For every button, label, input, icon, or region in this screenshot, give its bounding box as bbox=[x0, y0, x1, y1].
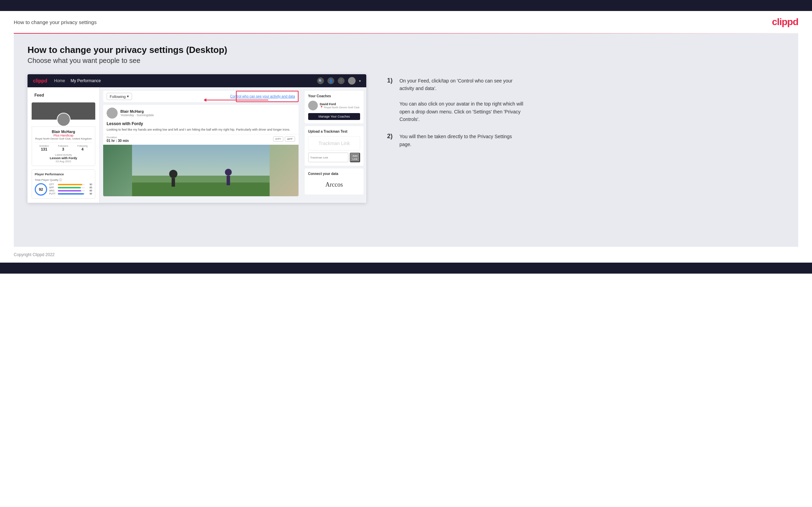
main-content: How to change your privacy settings (Des… bbox=[14, 34, 798, 247]
post-card: Blair McHarg Yesterday · Sunningdale Les… bbox=[103, 105, 299, 196]
player-perf-title: Player Performance bbox=[35, 173, 92, 176]
trackman-upload-title: Upload a Trackman Test bbox=[308, 130, 360, 133]
stat-followers-label: Followers bbox=[58, 145, 68, 147]
post-user-info: Blair McHarg Yesterday · Sunningdale bbox=[120, 109, 154, 117]
arg-track bbox=[58, 190, 85, 191]
trackman-card: Upload a Trackman Test Trackman Link Add… bbox=[305, 126, 364, 166]
app-feed: Following ▾ Control who can see your act… bbox=[100, 87, 302, 203]
coaches-title: Your Coaches bbox=[308, 94, 360, 98]
nav-home[interactable]: Home bbox=[54, 78, 65, 83]
nav-avatar[interactable] bbox=[348, 77, 356, 85]
app-track bbox=[58, 187, 85, 188]
feed-tab: Feed bbox=[32, 91, 95, 99]
profile-avatar bbox=[57, 113, 71, 126]
tpq-label: Total Player Quality ⓘ bbox=[35, 178, 92, 182]
add-icon[interactable]: ➕ bbox=[338, 77, 345, 84]
app-value: 85 bbox=[86, 186, 92, 189]
manage-coaches-button[interactable]: Manage Your Coaches bbox=[308, 113, 360, 120]
stat-followers: Followers 3 bbox=[58, 145, 68, 151]
step1-number: 1) bbox=[387, 77, 395, 123]
top-bar bbox=[0, 0, 812, 11]
tpq-bar-app: APP 85 bbox=[49, 186, 92, 189]
instruction-step1: 1) On your Feed, click/tap on 'Control w… bbox=[387, 77, 524, 123]
header-title: How to change your privacy settings bbox=[14, 19, 97, 25]
player-perf-card: Player Performance Total Player Quality … bbox=[32, 169, 95, 199]
svg-point-5 bbox=[225, 169, 232, 176]
connect-data-title: Connect your data bbox=[308, 172, 360, 176]
putt-fill bbox=[58, 193, 84, 195]
app-mockup: clippd Home My Performance 🔍 👤 ➕ ▾ bbox=[28, 74, 366, 203]
stat-following-label: Following bbox=[77, 145, 88, 147]
stat-activities-label: Activities bbox=[39, 145, 49, 147]
header: How to change your privacy settings clip… bbox=[0, 11, 812, 33]
ott-value: 90 bbox=[86, 183, 92, 186]
tpq-bar-putt: PUTT 96 bbox=[49, 192, 92, 195]
ott-track bbox=[58, 184, 85, 185]
clippd-logo: clippd bbox=[772, 16, 798, 27]
post-header: Blair McHarg Yesterday · Sunningdale bbox=[103, 105, 299, 121]
step2-text: You will then be taken directly to the P… bbox=[399, 133, 524, 148]
tpq-bar-ott: OTT 90 bbox=[49, 183, 92, 186]
arg-label: ARG bbox=[49, 189, 57, 192]
trackman-big-text: Trackman Link bbox=[308, 136, 360, 151]
duration-value: 01 hr : 30 min bbox=[107, 139, 129, 143]
location-icon: 📍 bbox=[320, 106, 323, 109]
following-button[interactable]: Following ▾ bbox=[107, 93, 132, 100]
putt-value: 96 bbox=[86, 192, 92, 195]
coach-name: David Ford bbox=[320, 102, 359, 106]
post-title: Lesson with Fordy bbox=[103, 121, 299, 128]
following-label: Following bbox=[110, 95, 126, 99]
app-fill bbox=[58, 187, 81, 188]
following-chevron: ▾ bbox=[127, 94, 129, 99]
user-icon[interactable]: 👤 bbox=[327, 77, 334, 84]
coach-club: 📍 Royal North Devon Golf Club bbox=[320, 106, 359, 109]
arg-fill bbox=[58, 190, 81, 191]
nav-performance[interactable]: My Performance bbox=[71, 78, 101, 83]
trackman-input-row: Add Link bbox=[308, 153, 360, 162]
app-logo: clippd bbox=[33, 78, 47, 84]
profile-stats: Activities 131 Followers 3 Following 4 bbox=[35, 142, 92, 151]
avatar-chevron: ▾ bbox=[359, 79, 361, 83]
instructions-panel: 1) On your Feed, click/tap on 'Control w… bbox=[380, 74, 524, 158]
stat-following-value: 4 bbox=[77, 147, 88, 151]
post-avatar bbox=[107, 108, 118, 119]
add-link-button[interactable]: Add Link bbox=[350, 153, 360, 162]
tag-app: APP bbox=[285, 136, 295, 142]
post-description: Looking to feel like my hands are exitin… bbox=[103, 128, 299, 134]
app-right-sidebar: Your Coaches David Ford 📍 Royal North De… bbox=[302, 87, 367, 203]
trackman-input[interactable] bbox=[308, 153, 348, 162]
tpq-row: 92 OTT 90 bbox=[35, 183, 92, 196]
app-mockup-wrapper: clippd Home My Performance 🔍 👤 ➕ ▾ bbox=[28, 74, 366, 203]
duration-info: Duration 01 hr : 30 min bbox=[107, 136, 129, 143]
step1-text-b: You can also click on your avatar in the… bbox=[399, 101, 523, 122]
search-icon[interactable]: 🔍 bbox=[317, 77, 324, 84]
tpq-bars: OTT 90 APP bbox=[49, 183, 92, 196]
profile-card: Blair McHarg Plus Handicap Royal North D… bbox=[32, 126, 95, 166]
latest-activity-label: Latest Activity bbox=[35, 153, 92, 156]
app-navbar: clippd Home My Performance 🔍 👤 ➕ ▾ bbox=[28, 74, 366, 87]
instruction-step2: 2) You will then be taken directly to th… bbox=[387, 133, 524, 148]
svg-rect-6 bbox=[227, 176, 230, 185]
svg-rect-2 bbox=[132, 183, 270, 196]
feed-header: Following ▾ Control who can see your act… bbox=[103, 91, 299, 102]
ott-label: OTT bbox=[49, 183, 57, 186]
coach-info: David Ford 📍 Royal North Devon Golf Club bbox=[320, 102, 359, 109]
post-duration: Duration 01 hr : 30 min OTT APP bbox=[103, 134, 299, 145]
tag-ott: OTT bbox=[273, 136, 283, 142]
app-sidebar: Feed Blair McHarg Plus Handicap Royal No… bbox=[28, 87, 100, 203]
arg-value: 86 bbox=[86, 189, 92, 192]
post-image bbox=[103, 145, 299, 196]
app-body: Feed Blair McHarg Plus Handicap Royal No… bbox=[28, 87, 366, 203]
content-row: clippd Home My Performance 🔍 👤 ➕ ▾ bbox=[28, 74, 784, 203]
app-nav-links: Home My Performance bbox=[54, 78, 101, 83]
stat-activities-value: 131 bbox=[39, 147, 49, 151]
coach-avatar bbox=[308, 101, 318, 110]
post-meta: Yesterday · Sunningdale bbox=[120, 113, 154, 117]
svg-rect-4 bbox=[172, 178, 175, 187]
coach-item: David Ford 📍 Royal North Devon Golf Club bbox=[308, 101, 360, 110]
control-privacy-link[interactable]: Control who can see your activity and da… bbox=[230, 95, 295, 98]
page-heading: How to change your privacy settings (Des… bbox=[28, 45, 784, 55]
copyright-text: Copyright Clippd 2022 bbox=[14, 252, 55, 257]
latest-activity-date: 03 Aug 2022 bbox=[35, 160, 92, 163]
tpq-circle: 92 bbox=[35, 183, 47, 196]
